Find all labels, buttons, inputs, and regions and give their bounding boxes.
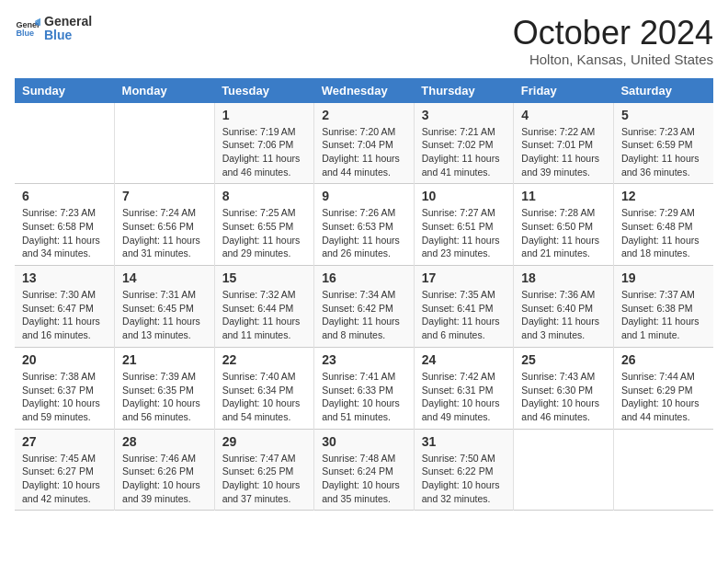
day-info: Sunrise: 7:43 AM Sunset: 6:30 PM Dayligh… xyxy=(521,370,606,424)
calendar-cell: 21Sunrise: 7:39 AM Sunset: 6:35 PM Dayli… xyxy=(115,347,215,429)
day-number: 8 xyxy=(222,189,307,203)
day-number: 14 xyxy=(122,270,207,285)
logo-blue: Blue xyxy=(44,29,92,42)
day-number: 3 xyxy=(422,108,506,122)
day-info: Sunrise: 7:25 AM Sunset: 6:55 PM Dayligh… xyxy=(222,206,307,260)
day-number: 19 xyxy=(621,270,706,285)
day-info: Sunrise: 7:31 AM Sunset: 6:45 PM Dayligh… xyxy=(122,288,207,342)
week-row-1: 1Sunrise: 7:19 AM Sunset: 7:06 PM Daylig… xyxy=(15,103,713,184)
calendar-cell: 10Sunrise: 7:27 AM Sunset: 6:51 PM Dayli… xyxy=(414,184,514,266)
day-number: 22 xyxy=(222,352,307,367)
header-day-friday: Friday xyxy=(514,78,614,103)
calendar-cell: 30Sunrise: 7:48 AM Sunset: 6:24 PM Dayli… xyxy=(314,429,415,511)
day-number: 20 xyxy=(22,352,107,367)
calendar-cell: 11Sunrise: 7:28 AM Sunset: 6:50 PM Dayli… xyxy=(514,184,614,266)
day-number: 11 xyxy=(521,189,606,203)
day-info: Sunrise: 7:23 AM Sunset: 6:59 PM Dayligh… xyxy=(621,125,706,179)
day-number: 23 xyxy=(322,352,406,367)
header-day-saturday: Saturday xyxy=(613,78,713,103)
logo: General Blue General Blue xyxy=(15,15,92,43)
day-number: 28 xyxy=(122,434,207,449)
day-number: 12 xyxy=(621,189,706,203)
main-title: October 2024 xyxy=(513,15,713,52)
day-number: 7 xyxy=(122,189,207,203)
calendar-table: SundayMondayTuesdayWednesdayThursdayFrid… xyxy=(15,78,713,511)
day-number: 15 xyxy=(222,270,307,285)
calendar-cell xyxy=(613,429,713,511)
calendar-header-row: SundayMondayTuesdayWednesdayThursdayFrid… xyxy=(15,78,713,103)
calendar-cell: 7Sunrise: 7:24 AM Sunset: 6:56 PM Daylig… xyxy=(115,184,215,266)
day-number: 10 xyxy=(422,189,506,203)
calendar-cell: 2Sunrise: 7:20 AM Sunset: 7:04 PM Daylig… xyxy=(314,103,415,184)
day-number: 16 xyxy=(322,270,406,285)
day-info: Sunrise: 7:26 AM Sunset: 6:53 PM Dayligh… xyxy=(322,206,406,260)
calendar-cell: 25Sunrise: 7:43 AM Sunset: 6:30 PM Dayli… xyxy=(514,347,614,429)
day-number: 29 xyxy=(222,434,307,449)
week-row-2: 6Sunrise: 7:23 AM Sunset: 6:58 PM Daylig… xyxy=(15,184,713,266)
subtitle: Holton, Kansas, United States xyxy=(513,52,713,67)
calendar-cell: 23Sunrise: 7:41 AM Sunset: 6:33 PM Dayli… xyxy=(314,347,415,429)
day-info: Sunrise: 7:48 AM Sunset: 6:24 PM Dayligh… xyxy=(322,452,406,506)
day-number: 2 xyxy=(322,108,406,122)
week-row-3: 13Sunrise: 7:30 AM Sunset: 6:47 PM Dayli… xyxy=(15,266,713,348)
calendar-cell: 3Sunrise: 7:21 AM Sunset: 7:02 PM Daylig… xyxy=(414,103,514,184)
header-day-sunday: Sunday xyxy=(15,78,115,103)
calendar-cell: 9Sunrise: 7:26 AM Sunset: 6:53 PM Daylig… xyxy=(314,184,415,266)
week-row-4: 20Sunrise: 7:38 AM Sunset: 6:37 PM Dayli… xyxy=(15,347,713,429)
calendar-cell: 31Sunrise: 7:50 AM Sunset: 6:22 PM Dayli… xyxy=(414,429,514,511)
calendar-cell: 27Sunrise: 7:45 AM Sunset: 6:27 PM Dayli… xyxy=(15,429,115,511)
day-number: 26 xyxy=(621,352,706,367)
calendar-cell xyxy=(15,103,115,184)
day-number: 21 xyxy=(122,352,207,367)
header: General Blue General Blue October 2024 H… xyxy=(15,15,713,67)
day-number: 17 xyxy=(422,270,506,285)
calendar-cell: 24Sunrise: 7:42 AM Sunset: 6:31 PM Dayli… xyxy=(414,347,514,429)
day-number: 9 xyxy=(322,189,406,203)
day-number: 4 xyxy=(521,108,606,122)
calendar-cell: 12Sunrise: 7:29 AM Sunset: 6:48 PM Dayli… xyxy=(613,184,713,266)
calendar-cell: 14Sunrise: 7:31 AM Sunset: 6:45 PM Dayli… xyxy=(115,266,215,348)
day-info: Sunrise: 7:36 AM Sunset: 6:40 PM Dayligh… xyxy=(521,288,606,342)
calendar-cell: 20Sunrise: 7:38 AM Sunset: 6:37 PM Dayli… xyxy=(15,347,115,429)
calendar-cell xyxy=(514,429,614,511)
day-info: Sunrise: 7:34 AM Sunset: 6:42 PM Dayligh… xyxy=(322,288,406,342)
svg-text:Blue: Blue xyxy=(16,29,34,39)
calendar-cell: 18Sunrise: 7:36 AM Sunset: 6:40 PM Dayli… xyxy=(514,266,614,348)
day-info: Sunrise: 7:46 AM Sunset: 6:26 PM Dayligh… xyxy=(122,452,207,506)
day-info: Sunrise: 7:47 AM Sunset: 6:25 PM Dayligh… xyxy=(222,452,307,506)
calendar-cell: 22Sunrise: 7:40 AM Sunset: 6:34 PM Dayli… xyxy=(214,347,314,429)
day-info: Sunrise: 7:44 AM Sunset: 6:29 PM Dayligh… xyxy=(621,370,706,424)
week-row-5: 27Sunrise: 7:45 AM Sunset: 6:27 PM Dayli… xyxy=(15,429,713,511)
day-number: 6 xyxy=(22,189,107,203)
day-info: Sunrise: 7:28 AM Sunset: 6:50 PM Dayligh… xyxy=(521,206,606,260)
day-info: Sunrise: 7:40 AM Sunset: 6:34 PM Dayligh… xyxy=(222,370,307,424)
day-info: Sunrise: 7:23 AM Sunset: 6:58 PM Dayligh… xyxy=(22,206,107,260)
day-info: Sunrise: 7:20 AM Sunset: 7:04 PM Dayligh… xyxy=(322,125,406,179)
day-info: Sunrise: 7:21 AM Sunset: 7:02 PM Dayligh… xyxy=(422,125,506,179)
day-info: Sunrise: 7:50 AM Sunset: 6:22 PM Dayligh… xyxy=(422,452,506,506)
day-info: Sunrise: 7:22 AM Sunset: 7:01 PM Dayligh… xyxy=(521,125,606,179)
calendar-cell: 1Sunrise: 7:19 AM Sunset: 7:06 PM Daylig… xyxy=(214,103,314,184)
calendar-cell: 6Sunrise: 7:23 AM Sunset: 6:58 PM Daylig… xyxy=(15,184,115,266)
day-number: 5 xyxy=(621,108,706,122)
day-info: Sunrise: 7:39 AM Sunset: 6:35 PM Dayligh… xyxy=(122,370,207,424)
calendar-cell: 15Sunrise: 7:32 AM Sunset: 6:44 PM Dayli… xyxy=(214,266,314,348)
day-number: 1 xyxy=(222,108,307,122)
day-info: Sunrise: 7:29 AM Sunset: 6:48 PM Dayligh… xyxy=(621,206,706,260)
day-info: Sunrise: 7:37 AM Sunset: 6:38 PM Dayligh… xyxy=(621,288,706,342)
calendar-cell: 28Sunrise: 7:46 AM Sunset: 6:26 PM Dayli… xyxy=(115,429,215,511)
calendar-cell: 19Sunrise: 7:37 AM Sunset: 6:38 PM Dayli… xyxy=(613,266,713,348)
day-info: Sunrise: 7:27 AM Sunset: 6:51 PM Dayligh… xyxy=(422,206,506,260)
header-day-monday: Monday xyxy=(115,78,215,103)
calendar-cell: 4Sunrise: 7:22 AM Sunset: 7:01 PM Daylig… xyxy=(514,103,614,184)
calendar-cell: 26Sunrise: 7:44 AM Sunset: 6:29 PM Dayli… xyxy=(613,347,713,429)
calendar-cell: 5Sunrise: 7:23 AM Sunset: 6:59 PM Daylig… xyxy=(613,103,713,184)
calendar-cell: 17Sunrise: 7:35 AM Sunset: 6:41 PM Dayli… xyxy=(414,266,514,348)
logo-general: General xyxy=(44,15,92,29)
day-info: Sunrise: 7:41 AM Sunset: 6:33 PM Dayligh… xyxy=(322,370,406,424)
logo-icon: General Blue xyxy=(15,16,40,41)
day-number: 18 xyxy=(521,270,606,285)
calendar-cell: 29Sunrise: 7:47 AM Sunset: 6:25 PM Dayli… xyxy=(214,429,314,511)
day-info: Sunrise: 7:24 AM Sunset: 6:56 PM Dayligh… xyxy=(122,206,207,260)
day-info: Sunrise: 7:45 AM Sunset: 6:27 PM Dayligh… xyxy=(22,452,107,506)
